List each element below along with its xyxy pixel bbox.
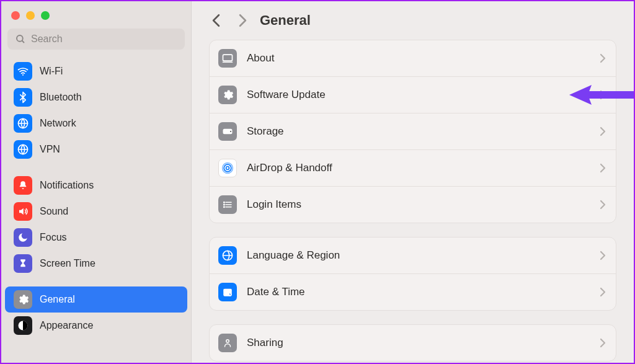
- settings-card: Language & Region Date & Time: [209, 237, 616, 311]
- svg-point-19: [224, 204, 225, 205]
- svg-line-1: [22, 40, 24, 43]
- settings-row-storage[interactable]: Storage: [210, 113, 616, 150]
- sidebar-item-label: Sound: [40, 206, 68, 217]
- chevron-right-icon: [600, 127, 606, 136]
- window-controls: [1, 7, 191, 29]
- list-icon: [218, 195, 237, 214]
- window-close-button[interactable]: [11, 11, 20, 20]
- settings-row-label: Storage: [247, 125, 590, 138]
- sidebar-item-bluetooth[interactable]: Bluetooth: [5, 84, 187, 110]
- sidebar-item-general[interactable]: General: [5, 286, 187, 313]
- calendar-icon: [218, 283, 237, 301]
- sidebar-item-label: Appearance: [40, 320, 93, 331]
- sidebar-item-label: VPN: [40, 144, 60, 155]
- sidebar-item-vpn[interactable]: VPN: [5, 136, 187, 162]
- chevron-right-icon: [600, 163, 606, 173]
- settings-row-about[interactable]: About: [210, 40, 616, 77]
- sidebar-item-label: Notifications: [40, 180, 94, 191]
- svg-point-13: [224, 164, 231, 172]
- chevron-right-icon: [600, 287, 606, 297]
- airdrop-icon: [218, 159, 237, 177]
- search-input[interactable]: [31, 33, 177, 45]
- chevron-right-icon: [600, 90, 606, 100]
- gear-icon: [14, 290, 32, 309]
- chevron-right-icon: [600, 251, 606, 260]
- sidebar-item-notifications[interactable]: Notifications: [5, 172, 187, 198]
- nav-back-button[interactable]: [211, 14, 221, 27]
- search-icon: [15, 33, 26, 45]
- sidebar-item-label: Screen Time: [40, 258, 95, 269]
- sidebar-item-sound[interactable]: Sound: [5, 198, 187, 224]
- appearance-icon: [14, 316, 32, 335]
- sidebar-item-label: General: [40, 294, 75, 305]
- page-title: General: [260, 12, 311, 29]
- settings-row-date-time[interactable]: Date & Time: [210, 274, 616, 310]
- sharing-icon: [218, 334, 237, 352]
- sidebar-item-screen-time[interactable]: Screen Time: [5, 251, 187, 277]
- sidebar-item-focus[interactable]: Focus: [5, 224, 187, 251]
- settings-sections: About Software Update Storage AirDrop & …: [209, 40, 616, 364]
- storage-icon: [218, 122, 237, 141]
- svg-point-18: [224, 202, 225, 203]
- chevron-right-icon: [600, 200, 606, 210]
- svg-point-12: [226, 167, 229, 170]
- settings-row-label: Date & Time: [247, 286, 590, 298]
- svg-point-0: [17, 35, 23, 42]
- sidebar-item-label: Wi-Fi: [40, 66, 63, 77]
- chevron-right-icon: [600, 338, 606, 348]
- chevron-right-icon: [600, 53, 606, 63]
- about-icon: [218, 49, 237, 68]
- sidebar: Wi-Fi Bluetooth Network VPN Notification…: [1, 1, 192, 363]
- bluetooth-icon: [14, 88, 32, 107]
- globe-flag-icon: [218, 246, 237, 265]
- window-minimize-button[interactable]: [26, 11, 35, 20]
- settings-card: About Software Update Storage AirDrop & …: [209, 40, 616, 223]
- settings-row-label: AirDrop & Handoff: [247, 162, 590, 174]
- wifi-icon: [14, 62, 32, 81]
- settings-row-label: About: [247, 52, 590, 64]
- hourglass-icon: [14, 254, 32, 273]
- sidebar-item-label: Bluetooth: [40, 92, 82, 103]
- settings-row-label: Sharing: [247, 337, 590, 349]
- settings-row-sharing[interactable]: Sharing: [210, 325, 616, 361]
- svg-rect-6: [223, 55, 233, 61]
- sidebar-item-label: Focus: [40, 232, 67, 243]
- main-pane: General About Software Update Storage Ai…: [192, 1, 634, 363]
- sidebar-item-label: Network: [40, 118, 76, 129]
- bell-icon: [14, 176, 32, 195]
- sidebar-item-network[interactable]: Network: [5, 110, 187, 136]
- gear-icon: [218, 86, 237, 104]
- window-maximize-button[interactable]: [41, 11, 50, 20]
- sidebar-item-wi-fi[interactable]: Wi-Fi: [5, 58, 187, 84]
- settings-row-login-items[interactable]: Login Items: [210, 187, 616, 223]
- settings-row-airdrop-handoff[interactable]: AirDrop & Handoff: [210, 150, 616, 187]
- svg-point-11: [230, 131, 231, 132]
- vpn-icon: [14, 140, 32, 159]
- settings-row-label: Login Items: [247, 198, 590, 211]
- moon-icon: [14, 228, 32, 247]
- svg-rect-23: [223, 289, 232, 291]
- svg-point-20: [224, 206, 225, 208]
- settings-row-software-update[interactable]: Software Update: [210, 77, 616, 113]
- sidebar-item-appearance[interactable]: Appearance: [5, 313, 187, 339]
- speaker-icon: [14, 202, 32, 221]
- header: General: [209, 9, 616, 40]
- settings-row-label: Software Update: [247, 89, 590, 101]
- network-icon: [14, 114, 32, 133]
- settings-row-label: Language & Region: [247, 249, 590, 262]
- nav-forward-button[interactable]: [238, 14, 247, 27]
- search-field[interactable]: [7, 29, 185, 50]
- sidebar-list: Wi-Fi Bluetooth Network VPN Notification…: [1, 57, 191, 340]
- settings-row-language-region[interactable]: Language & Region: [210, 237, 616, 274]
- svg-point-25: [226, 340, 229, 343]
- svg-point-2: [22, 74, 24, 76]
- settings-card: Sharing: [209, 324, 616, 362]
